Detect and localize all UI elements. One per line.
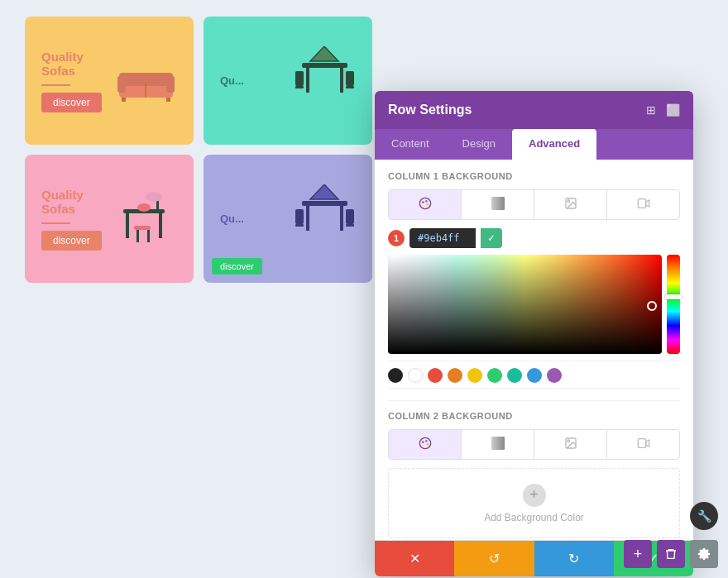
row-settings-panel: Row Settings ⊞ ⬜ Content Design Advanced… — [375, 91, 693, 576]
swatch-purple[interactable] — [547, 368, 562, 383]
svg-point-34 — [425, 200, 428, 203]
card-3-divider — [41, 222, 70, 224]
col1-tab-video[interactable] — [607, 190, 679, 219]
col1-hue-slider[interactable] — [667, 255, 680, 354]
svg-point-46 — [568, 440, 570, 442]
svg-point-38 — [568, 200, 570, 203]
panel-body: Column 1 Background 1 — [375, 160, 693, 540]
col2-tab-image[interactable] — [534, 430, 607, 459]
svg-rect-31 — [346, 224, 354, 227]
card-3-discover-btn[interactable]: discover — [41, 231, 102, 251]
col2-bg-type-tabs — [388, 429, 680, 460]
col1-color-input[interactable] — [410, 228, 476, 248]
settings-btn[interactable] — [690, 540, 718, 568]
col2-tab-video[interactable] — [607, 430, 679, 459]
col1-bg-type-tabs — [388, 189, 680, 220]
col1-color-confirm-btn[interactable]: ✓ — [481, 228, 502, 248]
panel-expand-icon[interactable]: ⬜ — [666, 103, 680, 117]
col1-color-picker[interactable] — [388, 255, 680, 354]
svg-marker-10 — [310, 46, 338, 61]
card-grid: Quality Sofas discover — [25, 17, 372, 283]
col1-tab-gradient[interactable] — [462, 190, 534, 219]
card-4-title: Qu... — [220, 213, 244, 225]
card-4: Qu... discover — [204, 155, 372, 283]
add-bg-color-area[interactable]: + Add Background Color — [388, 468, 680, 538]
svg-point-32 — [419, 198, 430, 208]
svg-point-42 — [425, 440, 428, 442]
swatch-orange[interactable] — [448, 368, 462, 383]
panel-header: Row Settings ⊞ ⬜ — [375, 91, 693, 129]
svg-point-43 — [426, 443, 429, 446]
bottom-toolbar: + — [624, 540, 718, 568]
col1-tab-image[interactable] — [534, 190, 607, 219]
panel-header-icons: ⊞ ⬜ — [646, 103, 680, 117]
card-1-title: Quality Sofas — [41, 50, 115, 78]
col1-color-picker-canvas[interactable] — [388, 255, 662, 354]
svg-rect-9 — [340, 68, 343, 93]
tab-content[interactable]: Content — [375, 129, 446, 160]
svg-rect-11 — [295, 71, 304, 86]
card-1-text: Quality Sofas discover — [41, 50, 115, 112]
panel-cancel-btn[interactable]: ✕ — [375, 541, 454, 576]
svg-rect-30 — [346, 209, 354, 224]
svg-rect-20 — [134, 226, 151, 230]
card-3-text: Quality Sofas discover — [41, 188, 111, 251]
svg-rect-13 — [346, 71, 354, 86]
svg-point-41 — [422, 441, 424, 443]
tab-advanced[interactable]: Advanced — [512, 129, 596, 160]
panel-redo-btn[interactable]: ↻ — [534, 541, 614, 576]
add-module-btn[interactable]: + — [624, 540, 652, 568]
svg-rect-47 — [638, 439, 645, 448]
col1-swatches — [388, 361, 680, 389]
swatch-yellow[interactable] — [467, 368, 482, 383]
section-divider — [388, 400, 680, 401]
card-4-discover-btn[interactable]: discover — [212, 258, 262, 275]
card-3-title: Quality Sofas — [41, 188, 111, 216]
svg-rect-21 — [136, 230, 139, 242]
swatch-blue[interactable] — [527, 368, 542, 383]
card-2-icon — [294, 46, 356, 116]
card-4-text: Qu... — [220, 213, 244, 225]
delete-btn[interactable] — [657, 540, 685, 568]
svg-rect-4 — [117, 76, 126, 93]
swatch-green[interactable] — [487, 368, 502, 383]
card-2-text: Qu... — [220, 74, 244, 87]
col1-tab-color[interactable] — [389, 190, 462, 219]
col1-color-input-row: 1 ✓ — [388, 228, 680, 248]
panel-maximize-icon[interactable]: ⊞ — [646, 103, 656, 117]
col2-section: Column 2 Background + Add Backg — [388, 411, 680, 538]
col1-label: Column 1 Background — [388, 171, 680, 181]
svg-point-40 — [419, 437, 430, 448]
svg-rect-36 — [491, 197, 505, 210]
col1-color-index: 1 — [388, 230, 405, 246]
svg-rect-12 — [295, 86, 304, 88]
svg-rect-28 — [295, 209, 304, 224]
svg-point-19 — [146, 192, 162, 202]
svg-point-35 — [426, 203, 429, 206]
svg-rect-44 — [491, 437, 505, 450]
swatch-white[interactable] — [408, 368, 423, 383]
card-1: Quality Sofas discover — [25, 17, 194, 145]
card-2-title: Qu... — [220, 74, 244, 87]
tab-design[interactable]: Design — [446, 129, 512, 160]
col2-tab-color[interactable] — [389, 430, 462, 459]
col1-section: Column 1 Background 1 — [388, 171, 680, 389]
svg-rect-26 — [340, 206, 343, 231]
swatch-red[interactable] — [428, 368, 443, 383]
swatch-teal[interactable] — [507, 368, 522, 383]
wrench-button[interactable]: 🔧 — [690, 502, 718, 530]
svg-rect-22 — [147, 230, 150, 242]
svg-rect-16 — [126, 213, 129, 238]
add-bg-icon: + — [523, 484, 546, 507]
svg-rect-25 — [306, 206, 309, 231]
card-1-discover-btn[interactable]: discover — [41, 93, 102, 112]
svg-rect-39 — [638, 199, 645, 208]
card-1-divider — [41, 84, 70, 86]
svg-point-23 — [137, 203, 151, 212]
panel-undo-btn[interactable]: ↺ — [454, 541, 534, 576]
col2-tab-gradient[interactable] — [462, 430, 534, 459]
card-1-icon — [115, 52, 177, 110]
svg-rect-8 — [306, 68, 309, 93]
svg-rect-14 — [346, 86, 354, 88]
swatch-black[interactable] — [388, 368, 403, 383]
